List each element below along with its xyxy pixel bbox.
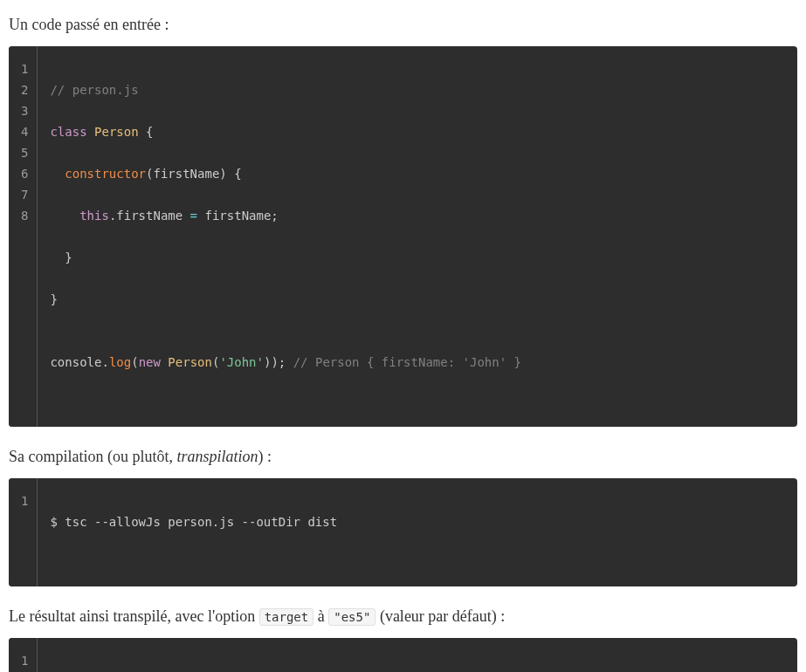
inline-code-es5: "es5"	[328, 608, 375, 626]
line-number: 8	[9, 205, 37, 226]
code-content[interactable]: // person.js class Person { constructor(…	[37, 46, 797, 427]
code-content[interactable]: // dist/person.js var Person = /** @clas…	[37, 638, 797, 672]
inline-code-target: target	[259, 608, 314, 626]
code-content[interactable]: $ tsc --allowJs person.js --outDir dist	[37, 478, 797, 586]
code-line: }	[38, 289, 783, 310]
paragraph-transpilation: Sa compilation (ou plutôt, transpilation…	[9, 448, 797, 466]
line-number: 1	[9, 58, 37, 79]
code-line: console.log(new Person('John')); // Pers…	[38, 352, 783, 373]
code-line: this.firstName = firstName;	[38, 205, 783, 226]
line-number: 6	[9, 163, 37, 184]
code-block-command: 1 $ tsc --allowJs person.js --outDir dis…	[9, 478, 797, 586]
code-line: }	[38, 247, 783, 268]
paragraph-input-code: Un code passé en entrée :	[9, 16, 797, 34]
paragraph-result: Le résultat ainsi transpilé, avec l'opti…	[9, 607, 797, 626]
line-number: 2	[9, 79, 37, 100]
code-line: $ tsc --allowJs person.js --outDir dist	[38, 511, 783, 532]
line-number: 4	[9, 121, 37, 142]
line-number: 7	[9, 184, 37, 205]
code-line: // person.js	[38, 79, 783, 100]
code-line: constructor(firstName) {	[38, 163, 783, 184]
code-block-output: 1 2 3 4 5 6 7 8 // dist/person.js var Pe…	[9, 638, 797, 672]
line-number-gutter: 1	[9, 478, 37, 586]
line-number-gutter: 1 2 3 4 5 6 7 8	[9, 638, 37, 672]
code-line: class Person {	[38, 121, 783, 142]
line-number: 1	[9, 490, 37, 511]
line-number-gutter: 1 2 3 4 5 6 7 8	[9, 46, 37, 427]
line-number: 1	[9, 650, 37, 671]
code-block-input: 1 2 3 4 5 6 7 8 // person.js class Perso…	[9, 46, 797, 427]
line-number: 3	[9, 100, 37, 121]
line-number: 5	[9, 142, 37, 163]
